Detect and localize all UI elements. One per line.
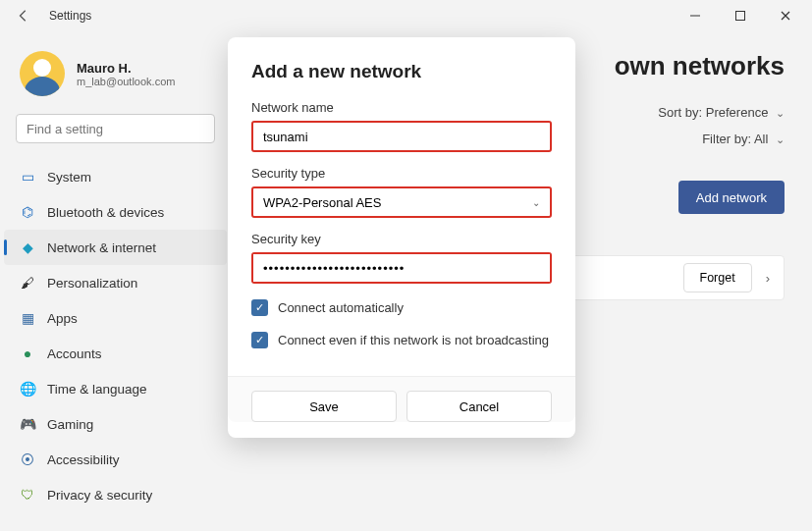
person-icon: ● xyxy=(20,345,35,361)
sidebar-item-gaming[interactable]: 🎮Gaming xyxy=(4,406,227,442)
select-value: WPA2-Personal AES xyxy=(263,195,381,210)
nav-label: System xyxy=(47,170,91,185)
apps-icon: ▦ xyxy=(20,310,35,326)
nav-label: Accounts xyxy=(47,346,102,361)
cancel-button[interactable]: Cancel xyxy=(406,391,552,422)
avatar xyxy=(20,51,65,96)
sidebar-item-privacy[interactable]: 🛡Privacy & security xyxy=(4,477,227,512)
add-network-button[interactable]: Add network xyxy=(678,181,785,214)
accessibility-icon: ⦿ xyxy=(20,451,35,467)
security-type-select[interactable]: WPA2-Personal AES ⌄ xyxy=(253,188,550,216)
save-button[interactable]: Save xyxy=(251,391,397,422)
checkbox-checked-icon[interactable]: ✓ xyxy=(251,332,268,348)
back-button[interactable] xyxy=(4,0,43,31)
bluetooth-icon: ⌬ xyxy=(20,204,35,220)
chevron-down-icon: ⌄ xyxy=(532,197,540,208)
sidebar-item-system[interactable]: ▭System xyxy=(4,159,227,194)
forget-button[interactable]: Forget xyxy=(683,263,752,292)
network-name-input[interactable] xyxy=(253,123,550,150)
sidebar: Mauro H. m_lab@outlook.com ▭System ⌬Blue… xyxy=(0,31,231,531)
nav-label: Time & language xyxy=(47,382,147,397)
connect-auto-row[interactable]: ✓ Connect automatically xyxy=(251,299,552,316)
nav-label: Accessibility xyxy=(47,452,120,467)
search-input[interactable] xyxy=(16,114,215,143)
security-type-label: Security type xyxy=(251,166,552,181)
profile-name: Mauro H. xyxy=(77,61,175,76)
sidebar-item-time[interactable]: 🌐Time & language xyxy=(4,371,227,406)
maximize-button[interactable] xyxy=(718,0,763,31)
sidebar-item-bluetooth[interactable]: ⌬Bluetooth & devices xyxy=(4,194,227,230)
security-key-label: Security key xyxy=(251,232,552,246)
sidebar-item-network[interactable]: ◆Network & internet xyxy=(4,230,227,265)
chevron-right-icon: › xyxy=(766,271,770,286)
brush-icon: 🖌 xyxy=(20,275,35,291)
add-network-dialog: Add a new network Network name Security … xyxy=(228,37,575,438)
nav-label: Bluetooth & devices xyxy=(47,205,164,220)
checkbox-checked-icon[interactable]: ✓ xyxy=(251,299,268,316)
close-button[interactable] xyxy=(763,0,808,31)
nav-label: Apps xyxy=(47,311,78,326)
globe-icon: 🌐 xyxy=(20,381,35,397)
nav-label: Personalization xyxy=(47,276,137,291)
chevron-down-icon: ⌄ xyxy=(776,133,785,146)
security-key-input[interactable] xyxy=(253,254,550,282)
nav-label: Privacy & security xyxy=(47,488,152,503)
nav-list: ▭System ⌬Bluetooth & devices ◆Network & … xyxy=(4,153,227,512)
window-title: Settings xyxy=(49,9,91,23)
minimize-button[interactable] xyxy=(673,0,718,31)
nav-label: Gaming xyxy=(47,417,93,432)
dialog-title: Add a new network xyxy=(251,61,552,82)
checkbox-label: Connect automatically xyxy=(278,300,404,315)
sidebar-item-accounts[interactable]: ●Accounts xyxy=(4,336,227,371)
network-icon: ◆ xyxy=(20,239,35,255)
chevron-down-icon: ⌄ xyxy=(776,107,785,120)
display-icon: ▭ xyxy=(20,169,35,185)
shield-icon: 🛡 xyxy=(20,487,35,503)
network-name-label: Network name xyxy=(251,100,552,115)
checkbox-label: Connect even if this network is not broa… xyxy=(278,333,549,347)
profile-block[interactable]: Mauro H. m_lab@outlook.com xyxy=(4,39,227,112)
sidebar-item-apps[interactable]: ▦Apps xyxy=(4,300,227,336)
gaming-icon: 🎮 xyxy=(20,416,35,432)
nav-label: Network & internet xyxy=(47,240,156,255)
sidebar-item-personalization[interactable]: 🖌Personalization xyxy=(4,265,227,300)
profile-email: m_lab@outlook.com xyxy=(77,76,175,87)
svg-rect-1 xyxy=(736,12,745,21)
sidebar-item-accessibility[interactable]: ⦿Accessibility xyxy=(4,442,227,477)
connect-hidden-row[interactable]: ✓ Connect even if this network is not br… xyxy=(251,332,552,348)
titlebar: Settings xyxy=(0,0,812,31)
